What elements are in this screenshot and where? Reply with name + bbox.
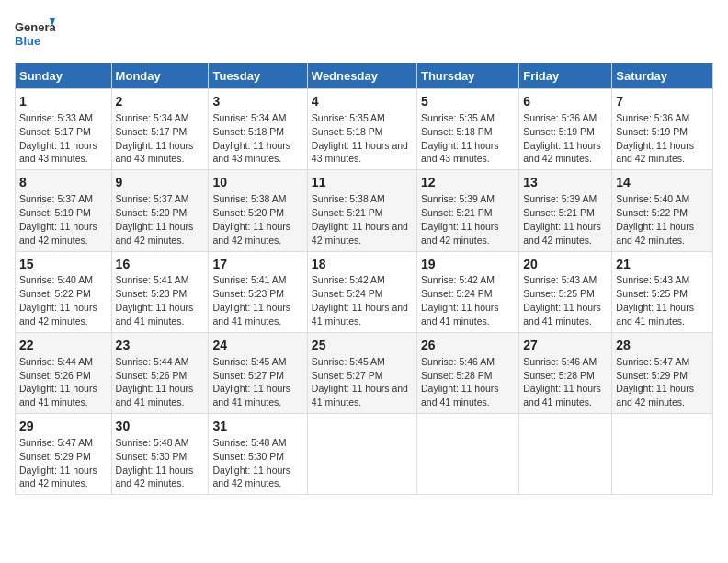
sunset-info: Sunset: 5:30 PM — [116, 451, 188, 462]
day-cell: 5Sunrise: 5:35 AMSunset: 5:18 PMDaylight… — [416, 89, 518, 170]
week-row: 22Sunrise: 5:44 AMSunset: 5:26 PMDayligh… — [16, 332, 713, 413]
week-row: 8Sunrise: 5:37 AMSunset: 5:19 PMDaylight… — [16, 170, 713, 251]
svg-text:General: General — [15, 20, 55, 34]
sunrise-info: Sunrise: 5:37 AM — [116, 193, 189, 204]
week-row: 15Sunrise: 5:40 AMSunset: 5:22 PMDayligh… — [16, 251, 713, 332]
sunset-info: Sunset: 5:28 PM — [523, 370, 595, 381]
sunrise-info: Sunrise: 5:41 AM — [212, 274, 286, 285]
sunrise-info: Sunrise: 5:48 AM — [212, 437, 286, 448]
col-header-sunday: Sunday — [16, 63, 112, 89]
sunrise-info: Sunrise: 5:35 AM — [312, 112, 385, 123]
daylight-label: Daylight: 11 hours and 42 minutes. — [116, 465, 194, 489]
day-cell: 8Sunrise: 5:37 AMSunset: 5:19 PMDaylight… — [16, 170, 112, 251]
calendar-table: SundayMondayTuesdayWednesdayThursdayFrid… — [15, 63, 713, 495]
week-row: 1Sunrise: 5:33 AMSunset: 5:17 PMDaylight… — [16, 89, 713, 170]
sunrise-info: Sunrise: 5:46 AM — [421, 356, 495, 367]
svg-text:Blue: Blue — [15, 34, 40, 48]
day-number: 21 — [616, 256, 709, 273]
day-number: 3 — [212, 93, 302, 110]
daylight-label: Daylight: 11 hours and 42 minutes. — [616, 140, 694, 165]
daylight-label: Daylight: 11 hours and 43 minutes. — [116, 140, 194, 165]
sunset-info: Sunset: 5:18 PM — [312, 126, 383, 137]
sunrise-info: Sunrise: 5:40 AM — [19, 274, 93, 285]
sunrise-info: Sunrise: 5:37 AM — [19, 193, 93, 204]
sunrise-info: Sunrise: 5:36 AM — [523, 112, 597, 123]
daylight-label: Daylight: 11 hours and 42 minutes. — [421, 221, 499, 246]
day-number: 14 — [616, 174, 709, 191]
daylight-label: Daylight: 11 hours and 42 minutes. — [523, 221, 601, 246]
day-cell: 31Sunrise: 5:48 AMSunset: 5:30 PMDayligh… — [209, 414, 307, 495]
daylight-label: Daylight: 11 hours and 41 minutes. — [523, 383, 601, 408]
daylight-label: Daylight: 11 hours and 41 minutes. — [19, 383, 97, 408]
sunrise-info: Sunrise: 5:42 AM — [421, 274, 495, 285]
day-cell: 16Sunrise: 5:41 AMSunset: 5:23 PMDayligh… — [111, 251, 209, 332]
daylight-label: Daylight: 11 hours and 41 minutes. — [421, 383, 499, 408]
col-header-tuesday: Tuesday — [209, 63, 307, 89]
day-cell: 21Sunrise: 5:43 AMSunset: 5:25 PMDayligh… — [612, 251, 713, 332]
day-number: 26 — [421, 337, 515, 354]
sunrise-info: Sunrise: 5:47 AM — [19, 437, 93, 448]
sunset-info: Sunset: 5:25 PM — [523, 288, 595, 299]
sunrise-info: Sunrise: 5:47 AM — [616, 356, 689, 367]
logo-svg: General Blue — [15, 15, 55, 52]
sunset-info: Sunset: 5:28 PM — [421, 370, 493, 381]
day-number: 1 — [19, 93, 108, 110]
sunset-info: Sunset: 5:18 PM — [421, 126, 493, 137]
day-number: 16 — [116, 256, 205, 273]
day-cell: 9Sunrise: 5:37 AMSunset: 5:20 PMDaylight… — [111, 170, 209, 251]
logo: General Blue — [15, 15, 55, 52]
day-cell: 10Sunrise: 5:38 AMSunset: 5:20 PMDayligh… — [209, 170, 307, 251]
sunset-info: Sunset: 5:27 PM — [212, 370, 284, 381]
sunset-info: Sunset: 5:19 PM — [523, 126, 595, 137]
day-number: 5 — [421, 93, 515, 110]
day-number: 10 — [212, 174, 302, 191]
day-number: 2 — [116, 93, 205, 110]
day-cell: 29Sunrise: 5:47 AMSunset: 5:29 PMDayligh… — [16, 414, 112, 495]
sunrise-info: Sunrise: 5:38 AM — [312, 193, 385, 204]
daylight-label: Daylight: 11 hours and 42 minutes. — [212, 465, 290, 489]
daylight-label: Daylight: 11 hours and 43 minutes. — [19, 140, 97, 165]
daylight-label: Daylight: 11 hours and 41 minutes. — [312, 302, 408, 327]
sunrise-info: Sunrise: 5:42 AM — [312, 274, 385, 285]
day-number: 25 — [312, 337, 413, 354]
sunset-info: Sunset: 5:19 PM — [19, 207, 91, 218]
sunset-info: Sunset: 5:27 PM — [312, 370, 383, 381]
sunrise-info: Sunrise: 5:34 AM — [116, 112, 189, 123]
day-number: 24 — [212, 337, 302, 354]
day-number: 29 — [19, 418, 108, 435]
daylight-label: Daylight: 11 hours and 43 minutes. — [312, 140, 408, 165]
sunrise-info: Sunrise: 5:44 AM — [19, 356, 93, 367]
sunset-info: Sunset: 5:26 PM — [116, 370, 188, 381]
day-cell: 18Sunrise: 5:42 AMSunset: 5:24 PMDayligh… — [307, 251, 416, 332]
day-cell: 12Sunrise: 5:39 AMSunset: 5:21 PMDayligh… — [416, 170, 518, 251]
sunrise-info: Sunrise: 5:45 AM — [312, 356, 385, 367]
daylight-label: Daylight: 11 hours and 41 minutes. — [212, 302, 290, 327]
sunset-info: Sunset: 5:22 PM — [616, 207, 688, 218]
sunrise-info: Sunrise: 5:33 AM — [19, 112, 93, 123]
daylight-label: Daylight: 11 hours and 41 minutes. — [523, 302, 601, 327]
sunrise-info: Sunrise: 5:43 AM — [616, 274, 689, 285]
col-header-saturday: Saturday — [612, 63, 713, 89]
sunset-info: Sunset: 5:25 PM — [616, 288, 688, 299]
sunset-info: Sunset: 5:29 PM — [19, 451, 91, 462]
daylight-label: Daylight: 11 hours and 41 minutes. — [116, 383, 194, 408]
day-cell: 24Sunrise: 5:45 AMSunset: 5:27 PMDayligh… — [209, 332, 307, 413]
sunset-info: Sunset: 5:26 PM — [19, 370, 91, 381]
sunrise-info: Sunrise: 5:34 AM — [212, 112, 286, 123]
header: General Blue — [15, 15, 713, 52]
sunset-info: Sunset: 5:20 PM — [116, 207, 188, 218]
sunset-info: Sunset: 5:29 PM — [616, 370, 688, 381]
sunset-info: Sunset: 5:17 PM — [19, 126, 91, 137]
daylight-label: Daylight: 11 hours and 41 minutes. — [421, 302, 499, 327]
daylight-label: Daylight: 11 hours and 42 minutes. — [312, 221, 408, 246]
day-cell: 25Sunrise: 5:45 AMSunset: 5:27 PMDayligh… — [307, 332, 416, 413]
day-number: 28 — [616, 337, 709, 354]
day-number: 6 — [523, 93, 608, 110]
daylight-label: Daylight: 11 hours and 42 minutes. — [19, 302, 97, 327]
sunset-info: Sunset: 5:30 PM — [212, 451, 284, 462]
day-cell: 3Sunrise: 5:34 AMSunset: 5:18 PMDaylight… — [209, 89, 307, 170]
day-number: 20 — [523, 256, 608, 273]
day-cell: 2Sunrise: 5:34 AMSunset: 5:17 PMDaylight… — [111, 89, 209, 170]
daylight-label: Daylight: 11 hours and 42 minutes. — [616, 383, 694, 408]
day-number: 19 — [421, 256, 515, 273]
